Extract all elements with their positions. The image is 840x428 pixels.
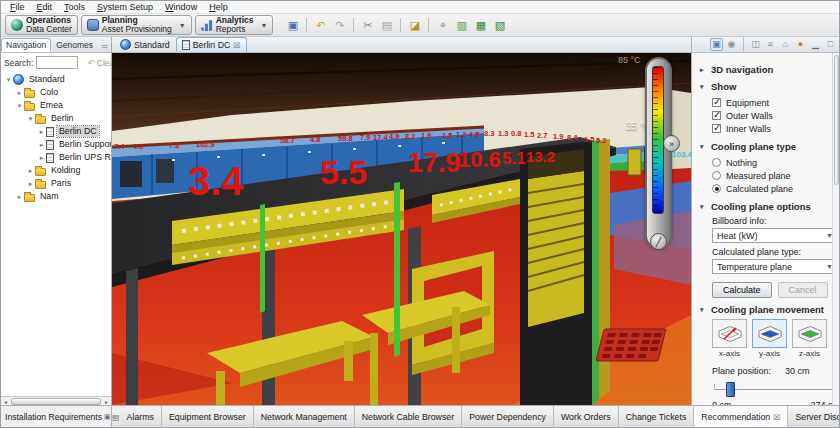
3d-viewport[interactable]: 7.44.67.8102.958.74.859.87.917.44.98.21.… — [112, 53, 691, 405]
hierarchy-icon[interactable]: ⌂ — [779, 38, 792, 51]
temperature-scale-widget[interactable]: » ╱ — [645, 57, 672, 249]
scroll-left-icon[interactable]: ◂ — [1, 398, 10, 405]
tree-expander-icon[interactable]: ▸ — [37, 154, 46, 162]
camera-icon[interactable]: ◉ — [725, 38, 738, 51]
horizontal-scrollbar[interactable]: ◂ ▸ — [1, 396, 111, 405]
bottom-tab-server-discoveries[interactable]: Server Discoveries — [788, 406, 840, 428]
calculated-plane-type-select[interactable]: Temperature plane ▼ — [712, 259, 838, 274]
table-icon[interactable]: ▧ — [491, 17, 508, 34]
radio-nothing[interactable]: Nothing — [712, 156, 834, 169]
tree-item-berlin-supporting[interactable]: ▸Berlin Supporting — [1, 138, 111, 151]
radio-icon[interactable] — [712, 184, 721, 193]
cut-icon[interactable]: ✂ — [359, 17, 376, 34]
tree-expander-icon[interactable]: ▸ — [37, 141, 46, 149]
radio-icon[interactable] — [712, 158, 721, 167]
restore-icon[interactable]: ▣ — [104, 413, 111, 421]
tree-item-colo[interactable]: ▸Colo — [1, 86, 111, 99]
chevron-down-icon[interactable]: ▼ — [261, 22, 268, 29]
tree-item-berlin[interactable]: ▾Berlin — [1, 112, 111, 125]
tree-item-paris[interactable]: ▸Paris — [1, 177, 111, 190]
slider-thumb[interactable] — [726, 382, 735, 397]
menu-help[interactable]: Help — [204, 1, 233, 13]
section-cooling-plane-movement[interactable]: ▾ Cooling plane movement — [700, 304, 834, 315]
menu-tools[interactable]: Tools — [59, 1, 90, 13]
minimize-icon[interactable]: ▭ — [100, 42, 109, 50]
tree-item-emea[interactable]: ▾Emea — [1, 99, 111, 112]
tree-expander-icon[interactable]: ▸ — [15, 89, 24, 97]
scrollbar-thumb[interactable] — [11, 398, 101, 405]
save-icon[interactable]: ▣ — [284, 17, 301, 34]
section-cooling-plane-options[interactable]: ▾ Cooling plane options — [700, 201, 834, 212]
planning-button[interactable]: Planning Asset Provisioning ▼ — [81, 15, 192, 35]
minimize-icon[interactable]: ▁ — [809, 38, 822, 51]
section-show[interactable]: ▾ Show — [700, 81, 834, 92]
tree-item-nam[interactable]: ▸Nam — [1, 190, 111, 203]
scrollbar-thumb[interactable] — [834, 55, 839, 185]
radio-measured-plane[interactable]: Measured plane — [712, 169, 834, 182]
editor-tab-berlin-dc[interactable]: Berlin DC☒ — [176, 37, 247, 52]
z-axis-button[interactable] — [792, 319, 827, 348]
section-3d-navigation[interactable]: ▸ 3D navigation — [700, 64, 834, 75]
sidebar-tab-genomes[interactable]: Genomes — [51, 38, 98, 52]
close-icon[interactable]: ☒ — [773, 413, 780, 422]
radio-calculated-plane[interactable]: Calculated plane — [712, 182, 834, 195]
bottom-tab-alarms[interactable]: Alarms — [120, 406, 162, 428]
list-view-icon[interactable]: ≡ — [764, 38, 777, 51]
globe-view-icon[interactable]: ● — [794, 38, 807, 51]
maximize-icon[interactable]: □ — [824, 38, 837, 51]
vertical-scrollbar[interactable] — [832, 53, 840, 405]
tree-expander-icon[interactable]: ▸ — [15, 193, 24, 201]
bottom-tab-work-orders[interactable]: Work Orders — [554, 406, 619, 428]
operations-button[interactable]: Operations Data Center — [5, 15, 78, 35]
tree-expander-icon[interactable]: ▾ — [15, 102, 24, 110]
scale-edit-button[interactable]: ╱ — [650, 233, 667, 250]
bottom-tab-change-tickets[interactable]: Change Tickets — [619, 406, 695, 428]
archive-icon[interactable]: ▦ — [472, 17, 489, 34]
undo-icon[interactable]: ↶ — [312, 17, 329, 34]
menu-file[interactable]: File — [5, 1, 30, 13]
redo-icon[interactable]: ↷ — [331, 17, 348, 34]
checkbox-icon[interactable] — [712, 98, 721, 107]
tree-expander-icon[interactable]: ▸ — [26, 167, 35, 175]
snapshot-icon[interactable]: ▣ — [710, 38, 723, 51]
checkbox-outer-walls[interactable]: Outer Walls — [712, 109, 834, 122]
menu-window[interactable]: Window — [160, 1, 202, 13]
minimized-view-icon[interactable]: ◱ — [112, 406, 120, 428]
bottom-tab-network-cable-browser[interactable]: Network Cable Browser — [355, 406, 462, 428]
checkbox-equipment[interactable]: Equipment — [712, 96, 834, 109]
new-report-icon[interactable]: ▥ — [453, 17, 470, 34]
close-icon[interactable]: ☒ — [233, 41, 240, 50]
radio-icon[interactable] — [712, 171, 721, 180]
installation-requirements-tab[interactable]: Installation Requirements ▣ ▭ — [1, 406, 112, 428]
sidebar-tab-navigation[interactable]: Navigation — [1, 38, 51, 52]
tree-item-standard[interactable]: ▾Standard — [1, 73, 111, 86]
connector-icon[interactable]: ⌖ — [434, 17, 451, 34]
tree-item-berlin-ups-room[interactable]: ▸Berlin UPS Room — [1, 151, 111, 164]
bottom-tab-equipment-browser[interactable]: Equipment Browser — [162, 406, 254, 428]
split-view-icon[interactable]: ◫ — [749, 38, 762, 51]
editor-tab-standard[interactable]: Standard — [114, 37, 176, 52]
x-axis-button[interactable] — [712, 319, 747, 348]
scroll-right-icon[interactable]: ▸ — [102, 398, 111, 405]
analytics-button[interactable]: Analytics Reports ▼ — [195, 15, 274, 35]
bottom-tab-power-dependency[interactable]: Power Dependency — [462, 406, 554, 428]
menu-edit[interactable]: Edit — [32, 1, 58, 13]
checkbox-icon[interactable] — [712, 124, 721, 133]
tree-expander-icon[interactable]: ▸ — [37, 128, 46, 136]
checkbox-icon[interactable] — [712, 111, 721, 120]
checkbox-inner-walls[interactable]: Inner Walls — [712, 122, 834, 135]
bottom-tab-network-management[interactable]: Network Management — [254, 406, 355, 428]
search-input[interactable] — [36, 56, 78, 69]
tree-expander-icon[interactable]: ▾ — [4, 76, 13, 84]
tree-item-kolding[interactable]: ▸Kolding — [1, 164, 111, 177]
tree-expander-icon[interactable]: ▾ — [26, 115, 35, 123]
scale-expand-button[interactable]: » — [663, 135, 680, 152]
y-axis-button[interactable] — [752, 319, 787, 348]
menu-system-setup[interactable]: System Setup — [92, 1, 158, 13]
report-card-icon[interactable]: ◪ — [406, 17, 423, 34]
paste-icon[interactable]: ▤ — [378, 17, 395, 34]
bottom-tab-recommendation[interactable]: Recommendation☒ — [694, 406, 788, 428]
chevron-down-icon[interactable]: ▼ — [179, 22, 186, 29]
calculate-button[interactable]: Calculate — [712, 282, 772, 298]
tree-expander-icon[interactable]: ▸ — [26, 180, 35, 188]
